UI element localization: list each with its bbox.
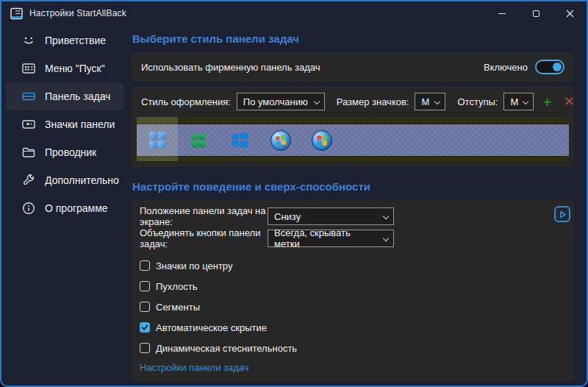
icon-size-dropdown[interactable]: M bbox=[415, 93, 445, 110]
chevron-down-icon bbox=[313, 99, 319, 104]
wrench-icon bbox=[22, 174, 35, 187]
checkbox-label: Пухлость bbox=[156, 281, 198, 292]
section-title-style: Выберите стиль панели задач bbox=[132, 32, 575, 45]
style-label: Стиль оформления: bbox=[141, 96, 231, 107]
checkbox-row-plumpness[interactable]: Пухлость bbox=[140, 276, 566, 297]
style-option-vista-orb[interactable] bbox=[260, 124, 301, 156]
style-controls-row: Стиль оформления: По умолчанию Размер зн… bbox=[137, 93, 569, 117]
main-content: Выберите стиль панели задач Использовать… bbox=[128, 25, 587, 386]
sidebar-item-label: Значки панели bbox=[45, 118, 115, 130]
sidebar-item-label: Дополнительно bbox=[45, 174, 119, 186]
maximize-button[interactable] bbox=[519, 1, 553, 25]
checkbox-row-auto-hide[interactable]: Автоматическое скрытие bbox=[140, 317, 566, 338]
vista-orb-logo bbox=[270, 129, 292, 152]
checkbox-row-dynamic-shyness[interactable]: Динамическая стеснительность bbox=[140, 338, 566, 358]
checkbox-unchecked[interactable] bbox=[140, 343, 150, 353]
style-dropdown[interactable]: По умолчанию bbox=[237, 93, 325, 110]
combine-buttons-dropdown[interactable]: Всегда, скрывать метки bbox=[268, 230, 394, 247]
checkbox-row-center-icons[interactable]: Значки по центру bbox=[140, 255, 566, 276]
sidebar-item-label: Меню "Пуск" bbox=[45, 63, 105, 74]
close-button[interactable] bbox=[553, 1, 587, 25]
window-title: Настройки StartAllBack bbox=[29, 8, 126, 18]
taskbar-icon bbox=[22, 90, 35, 103]
app-icon bbox=[10, 7, 23, 20]
close-icon bbox=[566, 10, 574, 18]
sidebar-item-label: Приветствие bbox=[45, 35, 106, 46]
checkbox-label: Автоматическое скрытие bbox=[156, 322, 267, 333]
sidebar-item-label: О программе bbox=[45, 202, 108, 214]
checkbox-unchecked[interactable] bbox=[140, 281, 150, 291]
folder-icon bbox=[22, 146, 35, 159]
combine-buttons-value: Всегда, скрывать метки bbox=[274, 227, 377, 249]
play-icon bbox=[559, 210, 567, 219]
info-icon bbox=[22, 202, 35, 215]
minimize-icon bbox=[498, 13, 506, 14]
chevron-down-icon bbox=[434, 99, 440, 104]
style-option-clover[interactable] bbox=[178, 124, 219, 156]
windows8-logo bbox=[231, 131, 249, 149]
branded-taskbar-card: Использовать фирменную панель задач Вклю… bbox=[131, 52, 575, 82]
margins-dropdown-value: M bbox=[510, 96, 518, 107]
windows11-logo bbox=[148, 131, 167, 149]
sidebar-item-label: Панель задач bbox=[45, 90, 110, 102]
checkbox-unchecked[interactable] bbox=[140, 302, 150, 312]
startallback-clover-logo bbox=[190, 132, 207, 149]
sidebar-item-taskbar[interactable]: Панель задач bbox=[6, 82, 123, 110]
chevron-down-icon bbox=[523, 99, 528, 104]
behavior-card: Положение панели задач на экране: Снизу … bbox=[131, 200, 575, 382]
branded-taskbar-label: Использовать фирменную панель задач bbox=[141, 62, 484, 73]
sidebar: Приветствие Меню "Пуск" Панель задач Зна… bbox=[1, 25, 128, 386]
style-dropdown-value: По умолчанию bbox=[243, 96, 308, 107]
titlebar: Настройки StartAllBack bbox=[1, 1, 587, 25]
icon-size-label: Размер значков: bbox=[337, 96, 409, 107]
toggle-knob bbox=[553, 63, 562, 71]
smiley-icon bbox=[22, 34, 35, 47]
checkbox-row-segments[interactable]: Сегменты bbox=[140, 297, 566, 317]
checkbox-label: Сегменты bbox=[156, 302, 200, 313]
windows7-orb-logo bbox=[311, 129, 333, 152]
play-animation-button[interactable] bbox=[554, 206, 570, 222]
remove-style-button[interactable]: ✕ bbox=[564, 95, 575, 108]
add-style-button[interactable]: + bbox=[542, 94, 551, 110]
margins-dropdown[interactable]: M bbox=[503, 93, 534, 110]
start-menu-icon bbox=[22, 62, 35, 75]
sidebar-item-welcome[interactable]: Приветствие bbox=[1, 26, 128, 54]
sidebar-item-start-menu[interactable]: Меню "Пуск" bbox=[1, 54, 128, 82]
chevron-down-icon bbox=[383, 235, 389, 241]
checkbox-label: Значки по центру bbox=[156, 260, 232, 271]
checkbox-checked[interactable] bbox=[140, 322, 150, 333]
checkbox-unchecked[interactable] bbox=[140, 260, 150, 271]
behavior-checkbox-list: Значки по центру Пухлость Сегменты bbox=[140, 255, 566, 358]
combine-buttons-label: Объединять кнопки панели задач: bbox=[140, 227, 268, 249]
sidebar-item-panel-icons[interactable]: Значки панели bbox=[1, 110, 128, 138]
margins-label: Отступы: bbox=[457, 96, 498, 107]
taskbar-position-value: Снизу bbox=[274, 211, 301, 222]
chevron-down-icon bbox=[383, 213, 389, 219]
icon-size-dropdown-value: M bbox=[421, 96, 429, 107]
toggle-state-label: Включено bbox=[484, 62, 528, 73]
minimize-button[interactable] bbox=[485, 1, 519, 25]
style-option-windows8[interactable] bbox=[219, 124, 260, 156]
taskbar-position-row: Положение панели задач на экране: Снизу bbox=[140, 206, 566, 227]
sidebar-item-label: Проводник bbox=[45, 146, 96, 158]
section-title-behavior: Настройте поведение и сверх-способности bbox=[132, 180, 575, 193]
settings-window: Настройки StartAllBack Приветствие Меню bbox=[0, 0, 588, 387]
sidebar-item-explorer[interactable]: Проводник bbox=[1, 138, 128, 166]
checkmark-icon bbox=[141, 324, 148, 331]
window-controls bbox=[485, 1, 587, 25]
branded-taskbar-toggle[interactable] bbox=[535, 60, 564, 74]
style-card: Стиль оформления: По умолчанию Размер зн… bbox=[131, 86, 575, 167]
checkbox-label: Динамическая стеснительность bbox=[156, 343, 297, 354]
style-option-windows11[interactable] bbox=[137, 124, 178, 156]
sidebar-item-about[interactable]: О программе bbox=[1, 194, 128, 222]
style-option-windows7-orb[interactable] bbox=[301, 124, 343, 156]
combine-buttons-row: Объединять кнопки панели задач: Всегда, … bbox=[140, 228, 566, 249]
taskbar-position-label: Положение панели задач на экране: bbox=[140, 205, 268, 227]
taskbar-position-dropdown[interactable]: Снизу bbox=[268, 207, 394, 225]
taskbar-style-preview bbox=[137, 117, 569, 161]
panel-icons-icon bbox=[22, 118, 35, 131]
maximize-icon bbox=[533, 10, 539, 17]
taskbar-settings-link[interactable]: Настройки панели задач bbox=[140, 362, 249, 373]
sidebar-item-advanced[interactable]: Дополнительно bbox=[1, 166, 128, 194]
